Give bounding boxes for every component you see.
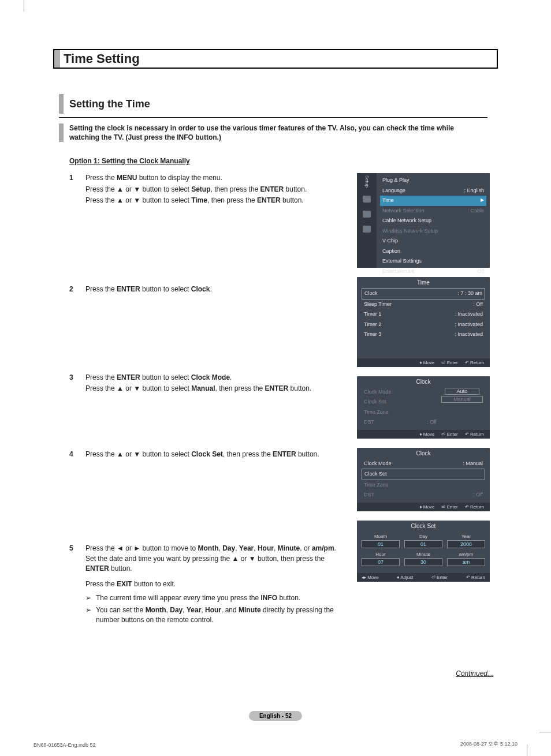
page-title: Time Setting: [60, 51, 140, 66]
osd-row: Plug & Play: [380, 175, 486, 186]
osd-option: Auto: [445, 388, 480, 395]
step-number: 5: [69, 544, 85, 628]
osd-row: Clock: 7 : 30 am: [362, 288, 485, 300]
osd-time-list: Clock: 7 : 30 amSleep Timer: OffTimer 1:…: [357, 287, 490, 342]
clockset-row-time: Hour07Minute30am/pmam: [362, 552, 485, 566]
osd-clock-set: Clock Set Month01Day01Year2008 Hour07Min…: [357, 521, 490, 582]
step-number: 4: [69, 450, 85, 461]
section-title: Setting the Time: [69, 98, 150, 110]
note-item: You can set the Month, Day, Year, Hour, …: [85, 605, 348, 626]
osd-clock-set-select: Clock Clock Mode: ManualClock SetTime Zo…: [357, 448, 490, 511]
clockset-cell: Day01: [404, 534, 442, 548]
hint-move: ◂▸ Move: [362, 575, 379, 580]
content-area: Time Setting Setting the Time Setting th…: [29, 9, 522, 636]
step-2: 2 Press the ENTER button to select Clock…: [69, 285, 348, 295]
intro-text: Setting the clock is necessary in order …: [69, 123, 485, 142]
hint-return: ↶ Return: [465, 504, 484, 510]
notes-list: The current time will appear every time …: [85, 593, 348, 626]
osd-clock1-body: Clock ModeClock SetTime ZoneDST: Off Aut…: [357, 386, 490, 430]
hint-enter: ⏎ Enter: [441, 360, 457, 365]
osd-footer: ♦ Move ⏎ Enter ↶ Return: [357, 503, 490, 511]
intro-accent: [59, 123, 64, 142]
osd-footer: ♦ Move ⏎ Enter ↶ Return: [357, 430, 490, 439]
osd-clock-mode-menu: Clock Clock ModeClock SetTime ZoneDST: O…: [357, 376, 490, 439]
hint-move: ♦ Move: [420, 432, 435, 437]
continued-label: Continued...: [456, 669, 493, 678]
osd-time-menu: Time Clock: 7 : 30 amSleep Timer: OffTim…: [357, 277, 490, 367]
step-1: 1 Press the MENU button to display the m…: [69, 173, 348, 207]
note-item: The current time will appear every time …: [85, 593, 348, 603]
osd-row: Clock Set: [362, 397, 439, 407]
two-column-layout: 1 Press the MENU button to display the m…: [53, 173, 498, 635]
intro-block: Setting the clock is necessary in order …: [59, 123, 498, 142]
page-title-bar: Time Setting: [53, 49, 498, 69]
osd-column: Setup Plug & PlayLanguage: EnglishTimeNe…: [357, 173, 490, 635]
osd-footer: ♦ Move ⏎ Enter ↶ Return: [357, 358, 490, 367]
osd-sidebar-label: Setup: [364, 175, 370, 188]
hint-adjust: ♦ Adjust: [397, 575, 413, 580]
footer-timestamp: 2008-08-27 오후 5:12:10: [460, 740, 518, 748]
osd-row: Timer 1: Inactivated: [362, 309, 485, 320]
osd-setup-list: Plug & PlayLanguage: EnglishTimeNetwork …: [377, 173, 490, 268]
step-number: 3: [69, 373, 85, 395]
osd-row: Wireless Network Setup: [380, 226, 486, 237]
osd-row: V-Chip: [380, 236, 486, 246]
section-header: Setting the Time: [59, 94, 498, 114]
hint-enter: ⏎ Enter: [441, 432, 457, 437]
clockset-cell: Year2008: [447, 534, 485, 548]
osd-row: Caption: [380, 246, 486, 257]
osd-row: DST: Off: [362, 417, 439, 428]
footer-filename: BN68-01653A-Eng.indb 52: [33, 742, 96, 748]
hint-enter: ⏎ Enter: [441, 504, 457, 510]
hint-enter: ⏎ Enter: [431, 575, 448, 580]
osd-row: Time Zone: [362, 407, 439, 418]
osd-row: Clock Mode: Manual: [362, 459, 485, 469]
clockset-cell: Minute30: [404, 552, 442, 566]
spacer: [69, 215, 348, 285]
osd-row: Clock Mode: [362, 387, 439, 398]
section-rule: [59, 117, 487, 118]
crop-mark: [24, 0, 24, 12]
option-heading: Option 1: Setting the Clock Manually: [69, 157, 498, 165]
osd-clock2-list: Clock Mode: ManualClock SetTime ZoneDST:…: [357, 458, 490, 503]
network-icon: [363, 211, 371, 218]
osd-row: Timer 2: Inactivated: [362, 320, 485, 330]
spacer: [69, 403, 348, 450]
osd-row: Network Selection: Cable: [380, 206, 486, 216]
osd-row: Cable Network Setup: [380, 216, 486, 226]
step-body: Press the ▲ or ▼ button to select Clock …: [85, 450, 348, 461]
hint-return: ↶ Return: [465, 360, 484, 365]
osd-row: Entertainment: Off: [380, 267, 486, 277]
osd-row: Language: English: [380, 186, 486, 196]
osd-row: External Settings: [380, 256, 486, 267]
clockset-cell: Hour07: [362, 552, 400, 566]
osd-title: Clock: [357, 376, 490, 386]
hint-move: ♦ Move: [420, 360, 435, 365]
step-body: Press the MENU button to display the men…: [85, 173, 348, 207]
gear-icon: [363, 196, 371, 203]
osd-row: Time: [380, 196, 486, 206]
title-accent: [54, 50, 60, 68]
step-4: 4 Press the ▲ or ▼ button to select Cloc…: [69, 450, 348, 461]
step-5: 5 Press the ◄ or ► button to move to Mon…: [69, 544, 348, 628]
osd-row: DST: Off: [362, 490, 485, 500]
page-number-pill: English - 52: [249, 711, 302, 721]
osd-row: Clock Set: [362, 469, 485, 480]
step-number: 2: [69, 285, 85, 295]
osd-clock1-options: AutoManual: [439, 387, 485, 428]
osd-footer: ◂▸ Move ♦ Adjust ⏎ Enter ↶ Return: [357, 573, 490, 582]
crop-mark: [527, 744, 527, 756]
clockset-cell: Month01: [362, 534, 400, 548]
clockset-cell: am/pmam: [447, 552, 485, 566]
osd-title: Time: [357, 277, 490, 287]
page: Time Setting Setting the Time Setting th…: [29, 9, 522, 742]
crop-mark: [539, 732, 551, 732]
step-body: Press the ◄ or ► button to move to Month…: [85, 544, 348, 628]
steps-column: 1 Press the MENU button to display the m…: [53, 173, 348, 635]
spacer: [69, 304, 348, 373]
osd-clockset-body: Month01Day01Year2008 Hour07Minute30am/pm…: [357, 530, 490, 573]
hint-return: ↶ Return: [465, 432, 484, 437]
clockset-row-date: Month01Day01Year2008: [362, 534, 485, 548]
spacer: [69, 469, 348, 544]
osd-setup-menu: Setup Plug & PlayLanguage: EnglishTimeNe…: [357, 173, 490, 268]
